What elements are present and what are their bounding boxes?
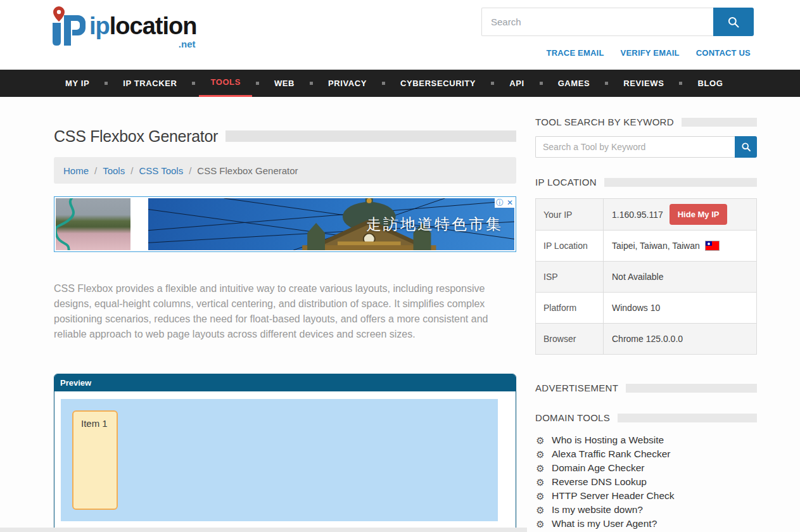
nav-separator [105,82,108,85]
breadcrumb-home[interactable]: Home [63,165,89,176]
flex-preview-container: Item 1 [61,399,498,521]
contact-us-link[interactable]: CONTACT US [696,48,751,58]
tool-search-heading: TOOL SEARCH BY KEYWORD [535,117,674,127]
hide-my-ip-button[interactable]: Hide My IP [670,204,728,225]
verify-email-link[interactable]: VERIFY EMAIL [621,48,680,58]
table-row: Browser Chrome 125.0.0.0 [536,323,756,354]
nav-separator [605,82,608,85]
list-item: ⚙ Alexa Traffic Rank Checker [535,447,757,461]
main-content: CSS Flexbox Generator Home / Tools / CSS… [54,127,516,532]
breadcrumb-tools[interactable]: Tools [103,165,125,176]
list-item: ⚙ Is my website down? [535,503,757,517]
ad-info-icon[interactable]: ⓘ [495,198,505,208]
ip-location-table: Your IP 1.160.95.117 Hide My IP IP Locat… [535,198,757,355]
nav-separator [679,82,682,85]
nav-separator [540,82,543,85]
gear-icon: ⚙ [535,478,545,487]
flex-preview-item-1[interactable]: Item 1 [72,410,118,510]
browser-value: Chrome 125.0.0.0 [612,334,683,344]
nav-item-ip-tracker[interactable]: IP TRACKER [111,70,188,97]
list-item: ⚙ HTTP Server Header Check [535,489,757,503]
nav-separator [382,82,385,85]
row-label: Your IP [536,199,604,230]
domain-tools-heading: DOMAIN TOOLS [535,412,610,423]
nav-item-games[interactable]: GAMES [547,70,602,97]
nav-separator [192,82,195,85]
domain-tool-link-http-header[interactable]: HTTP Server Header Check [552,490,675,502]
nav-item-cybersecurity[interactable]: CYBERSECURITY [389,70,487,97]
nav-item-web[interactable]: WEB [263,70,306,97]
nav-item-api[interactable]: API [498,70,535,97]
table-row: Your IP 1.160.95.117 Hide My IP [536,199,756,230]
your-ip-value: 1.160.95.117 [612,210,663,220]
breadcrumb-separator: / [94,165,97,176]
platform-value: Windows 10 [612,303,660,313]
logo-icon [48,5,88,47]
list-item: ⚙ Reverse DNS Lookup [535,475,757,489]
isp-value: Not Available [612,272,663,282]
nav-separator [256,82,259,85]
preview-panel: Preview Item 1 [54,374,516,532]
header-search-button[interactable] [713,8,754,36]
tool-search-button[interactable] [735,136,757,158]
domain-tool-link-reverse-dns[interactable]: Reverse DNS Lookup [552,476,647,488]
page-title: CSS Flexbox Generator [54,127,218,146]
breadcrumb-separator: / [189,165,191,176]
list-item: ⚙ Who is Hosting a Website [535,433,757,447]
row-label: IP Location [536,231,604,262]
header-search [481,8,754,36]
site-header: iplocation .net TRACE EMAIL VERIFY EMAIL… [0,0,800,70]
nav-item-blog[interactable]: BLOG [686,70,734,97]
ip-location-heading: IP LOCATION [535,177,597,187]
domain-tool-link-user-agent[interactable]: What is my User Agent? [552,518,657,529]
domain-tools-list: ⚙ Who is Hosting a Website ⚙ Alexa Traff… [535,433,757,531]
gear-icon: ⚙ [535,450,545,459]
domain-tool-link-website-down[interactable]: Is my website down? [552,504,643,516]
sidebar: TOOL SEARCH BY KEYWORD IP LOCATION Your … [535,117,757,531]
ad-close-icon[interactable]: ✕ [505,198,515,208]
logo-text-location: location [110,13,197,39]
logo-text-ip: ip [89,13,110,39]
table-row: Platform Windows 10 [536,292,756,323]
gear-icon: ⚙ [535,505,545,515]
logo[interactable]: iplocation .net [48,5,196,49]
nav-item-privacy[interactable]: PRIVACY [317,70,378,97]
preview-body: Item 1 [54,391,516,521]
gear-icon: ⚙ [535,519,545,529]
domain-tool-link-domain-age[interactable]: Domain Age Checker [552,462,644,474]
breadcrumb-separator: / [130,165,133,176]
ad-banner[interactable]: 走訪地道特色市集 ⓘ ✕ [54,196,516,252]
preview-header: Preview [54,374,516,391]
nav-item-tools[interactable]: TOOLS [199,70,252,97]
table-row: IP Location Taipei, Taiwan, Taiwan [536,230,756,261]
row-label: Platform [536,293,604,324]
nav-item-my-ip[interactable]: MY IP [54,70,101,97]
nav-item-reviews[interactable]: REVIEWS [612,70,675,97]
ad-image-landscape [56,198,130,250]
header-search-input[interactable] [481,8,713,36]
advertisement-heading: ADVERTISEMENT [535,383,618,393]
gear-icon: ⚙ [535,464,545,473]
nav-separator [491,82,494,85]
trace-email-link[interactable]: TRACE EMAIL [547,48,604,58]
breadcrumb-css-tools[interactable]: CSS Tools [139,165,183,176]
header-links: TRACE EMAIL VERIFY EMAIL CONTACT US [547,48,751,58]
ad-controls: ⓘ ✕ [495,198,515,208]
footer-strip [0,528,527,532]
main-nav: MY IP IP TRACKER TOOLS WEB PRIVACY CYBER… [0,70,800,97]
ip-location-value: Taipei, Taiwan, Taiwan [612,241,700,251]
tool-search-input[interactable] [535,136,735,158]
row-label: ISP [536,262,604,293]
breadcrumb-current: CSS Flexbox Generator [197,165,298,176]
table-row: ISP Not Available [536,261,756,292]
heading-decoration-bar [626,384,757,393]
page: iplocation .net TRACE EMAIL VERIFY EMAIL… [0,0,800,532]
domain-tool-link-alexa-rank[interactable]: Alexa Traffic Rank Checker [552,448,671,460]
ad-image-building: 走訪地道特色市集 [148,198,514,250]
breadcrumb: Home / Tools / CSS Tools / CSS Flexbox G… [54,157,516,184]
search-icon [727,16,740,28]
domain-tool-link-hosting[interactable]: Who is Hosting a Website [552,434,664,446]
search-icon [741,142,751,152]
list-item: ⚙ Domain Age Checker [535,461,757,475]
title-decoration-bar [225,130,516,142]
